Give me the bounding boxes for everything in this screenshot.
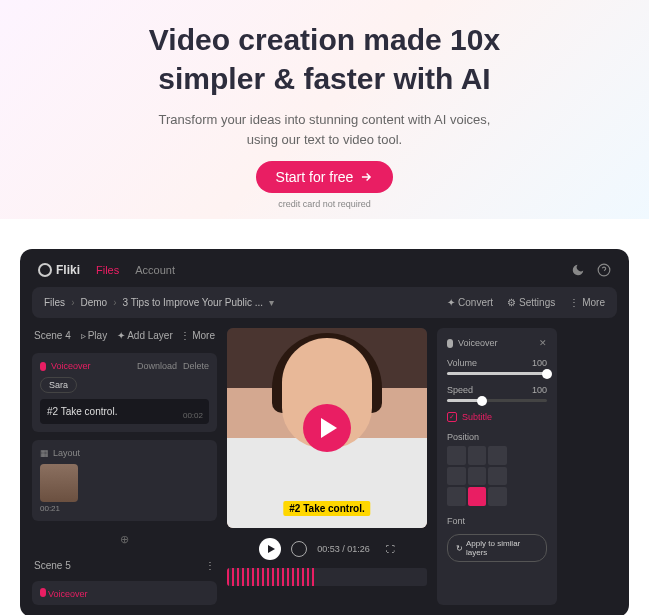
checkbox-icon: ✓ — [447, 412, 457, 422]
hero: Video creation made 10x simpler & faster… — [0, 0, 649, 219]
hero-title-line2: simpler & faster with AI — [158, 62, 490, 95]
tab-files[interactable]: Files — [96, 264, 119, 276]
close-icon[interactable]: ✕ — [539, 338, 547, 348]
speed-row: Speed100 — [447, 385, 547, 402]
volume-row: Volume100 — [447, 358, 547, 375]
play-small-button[interactable] — [259, 538, 281, 560]
pos-mid-center[interactable] — [468, 467, 487, 486]
scene-play-button[interactable]: ▹ Play — [81, 330, 107, 341]
subtitle-checkbox[interactable]: ✓ Subtitle — [447, 412, 547, 422]
scene5-voiceover-label: Voiceover — [40, 589, 88, 599]
pos-top-right[interactable] — [488, 446, 507, 465]
mic-icon — [40, 588, 46, 597]
hero-title: Video creation made 10x simpler & faster… — [40, 20, 609, 98]
speed-value: 100 — [532, 385, 547, 395]
bc-files[interactable]: Files — [44, 297, 65, 308]
hero-subtitle: Transform your ideas into stunning conte… — [155, 110, 495, 149]
help-icon[interactable] — [597, 263, 611, 277]
more-button[interactable]: ⋮ More — [569, 297, 605, 308]
voiceover-panel: Voiceover Download Delete Sara #2 Take c… — [32, 353, 217, 432]
scene4-title: Scene 4 — [34, 330, 71, 341]
bc-sep: › — [71, 297, 74, 308]
player-controls: 00:53 / 01:26 ⛶ — [227, 538, 427, 560]
bc-sep: › — [113, 297, 116, 308]
convert-button[interactable]: ✦ Convert — [447, 297, 493, 308]
topbar-right — [571, 263, 611, 277]
layout-label: ▦ Layout — [40, 448, 209, 458]
breadcrumb-actions: ✦ Convert ⚙ Settings ⋮ More — [447, 297, 605, 308]
font-label: Font — [447, 516, 547, 526]
topbar-left: Fliki Files Account — [38, 263, 175, 277]
play-button[interactable] — [303, 404, 351, 452]
volume-slider[interactable] — [447, 372, 547, 375]
scene5-title: Scene 5 — [34, 560, 71, 571]
cta-label: Start for free — [276, 169, 354, 185]
bc-demo[interactable]: Demo — [80, 297, 107, 308]
apply-similar-button[interactable]: ↻ Apply to similar layers — [447, 534, 547, 562]
scene5-header: Scene 5 ⋮ — [32, 558, 217, 573]
scene-more-button[interactable]: ⋮ More — [180, 330, 215, 341]
video-caption: #2 Take control. — [283, 501, 370, 516]
logo[interactable]: Fliki — [38, 263, 80, 277]
voiceover-label: Voiceover — [40, 361, 91, 371]
left-column: Scene 4 ▹ Play ✦ Add Layer ⋮ More Voiceo… — [32, 328, 217, 605]
position-grid — [447, 446, 507, 506]
fullscreen-icon[interactable]: ⛶ — [386, 544, 395, 554]
timeline[interactable] — [227, 568, 427, 586]
scene4-header: Scene 4 ▹ Play ✦ Add Layer ⋮ More — [32, 328, 217, 345]
add-scene-button[interactable]: ⊕ — [32, 529, 217, 550]
topbar: Fliki Files Account — [32, 261, 617, 287]
start-free-button[interactable]: Start for free — [256, 161, 394, 193]
center-column: #2 Take control. 00:53 / 01:26 ⛶ — [227, 328, 427, 605]
brand-text: Fliki — [56, 263, 80, 277]
bc-current[interactable]: 3 Tips to Improve Your Public ... — [123, 297, 264, 308]
subtitle-label: Subtitle — [462, 412, 492, 422]
breadcrumb: Files › Demo › 3 Tips to Improve Your Pu… — [44, 297, 274, 308]
right-title: Voiceover — [447, 338, 498, 348]
mic-icon — [40, 362, 46, 371]
pos-top-left[interactable] — [447, 446, 466, 465]
mic-icon — [447, 339, 453, 348]
pos-bot-left[interactable] — [447, 487, 466, 506]
time-display: 00:53 / 01:26 — [317, 544, 370, 554]
layout-thumbnail[interactable] — [40, 464, 78, 502]
volume-value: 100 — [532, 358, 547, 368]
logo-icon — [38, 263, 52, 277]
speed-slider[interactable] — [447, 399, 547, 402]
video-preview: #2 Take control. — [227, 328, 427, 528]
add-layer-button[interactable]: ✦ Add Layer — [117, 330, 173, 341]
settings-button[interactable]: ⚙ Settings — [507, 297, 555, 308]
position-label: Position — [447, 432, 547, 442]
scene5-voiceover-panel: Voiceover — [32, 581, 217, 605]
theme-icon[interactable] — [571, 263, 585, 277]
pos-bot-right[interactable] — [488, 487, 507, 506]
pos-mid-right[interactable] — [488, 467, 507, 486]
breadcrumb-bar: Files › Demo › 3 Tips to Improve Your Pu… — [32, 287, 617, 318]
app-window: Fliki Files Account Files › Demo › 3 Tip… — [20, 249, 629, 615]
right-panel-header: Voiceover ✕ — [447, 338, 547, 348]
layout-panel: ▦ Layout 00:21 — [32, 440, 217, 521]
pos-top-center[interactable] — [468, 446, 487, 465]
scene5-more[interactable]: ⋮ — [205, 560, 215, 571]
rewind-button[interactable] — [291, 541, 307, 557]
pos-bot-center[interactable] — [468, 487, 487, 506]
voice-chip[interactable]: Sara — [40, 377, 77, 393]
text-timestamp: 00:02 — [183, 411, 203, 420]
delete-button[interactable]: Delete — [183, 361, 209, 371]
volume-label: Volume — [447, 358, 477, 368]
workspace: Scene 4 ▹ Play ✦ Add Layer ⋮ More Voiceo… — [32, 328, 617, 605]
hero-title-line1: Video creation made 10x — [149, 23, 500, 56]
arrow-right-icon — [359, 170, 373, 184]
thumb-timestamp: 00:21 — [40, 504, 209, 513]
disclaimer: credit card not required — [40, 199, 609, 209]
timeline-progress — [227, 568, 317, 586]
chevron-down-icon[interactable]: ▾ — [269, 297, 274, 308]
voiceover-text-input[interactable]: #2 Take control. 00:02 — [40, 399, 209, 424]
pos-mid-left[interactable] — [447, 467, 466, 486]
download-button[interactable]: Download — [137, 361, 177, 371]
voiceover-text: #2 Take control. — [47, 406, 117, 417]
tab-account[interactable]: Account — [135, 264, 175, 276]
speed-label: Speed — [447, 385, 473, 395]
right-panel: Voiceover ✕ Volume100 Speed100 ✓ Subtitl… — [437, 328, 557, 605]
